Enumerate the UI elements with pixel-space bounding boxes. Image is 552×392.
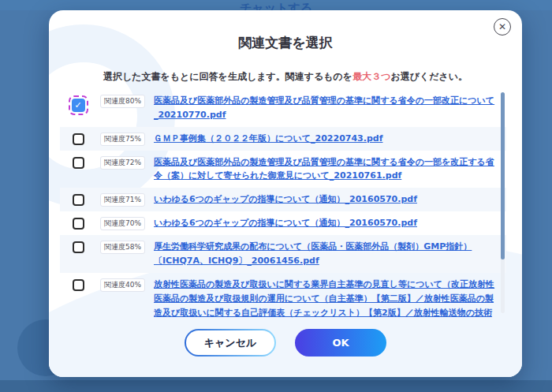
close-icon[interactable]: ✕ [494,18,511,35]
relevance-badge: 関連度40% [100,278,145,292]
modal-footer: キャンセル OK [49,329,522,357]
document-checkbox[interactable] [73,218,84,230]
relevance-badge: 関連度72% [100,156,145,170]
relevance-badge: 関連度71% [100,193,145,207]
background-footer-bar [0,380,552,392]
document-link[interactable]: いわゆる6つのギャップの指導について（通知）_20160570.pdf [154,216,417,230]
document-checkbox[interactable] [73,194,84,206]
page-background: チャットする ✕ 関連文書を選択 選択した文書をもとに回答を生成します。関連する… [0,0,552,392]
document-link[interactable]: 医薬品及び医薬部外品の製造管理及び品質管理の基準に関する省令の一部を改正する省令… [154,155,495,184]
background-chat-link[interactable]: チャットする [240,0,312,10]
select-documents-modal: ✕ 関連文書を選択 選択した文書をもとに回答を生成します。関連するものを最大３つ… [49,10,522,377]
document-checkbox[interactable] [73,133,84,145]
modal-subtitle: 選択した文書をもとに回答を生成します。関連するものを最大３つお選びください。 [49,70,522,84]
ok-button[interactable]: OK [295,329,386,357]
document-checkbox[interactable]: ✓ [72,99,85,112]
relevance-badge: 関連度80% [100,95,145,108]
relevance-badge: 関連度75% [100,133,145,146]
document-row: 関連度70% いわゆる6つのギャップの指導について（通知）_20160570.p… [60,211,506,235]
list-scrollbar-thumb[interactable] [501,92,505,259]
cancel-button-label: キャンセル [186,330,274,355]
subtitle-text: 選択した文書をもとに回答を生成します。関連するものを [103,71,352,82]
subtitle-text-suffix: お選びください。 [390,71,468,82]
document-link[interactable]: 厚生労働科学研究成果の配布について（医薬品・医薬部外品（製剤）GMP指針）〔IC… [154,240,495,268]
subtitle-max-count: 最大３つ [352,71,390,82]
checkbox-focus-ring: ✓ [69,95,88,115]
document-row: 関連度58% 厚生労働科学研究成果の配布について（医薬品・医薬部外品（製剤）GM… [60,235,506,273]
document-link[interactable]: 医薬品及び医薬部外品の製造管理及び品質管理の基準に関する省令の一部改正について_… [154,94,495,122]
document-row: ✓ 関連度80% 医薬品及び医薬部外品の製造管理及び品質管理の基準に関する省令の… [60,89,506,127]
document-checkbox[interactable] [73,157,84,169]
document-link[interactable]: いわゆる6つのギャップの指導について（通知）_20160570.pdf [154,192,417,207]
document-link[interactable]: ＧＭＰ事例集（２０２２年版）について_20220743.pdf [154,132,382,146]
document-row: 関連度40% 放射性医薬品の製造及び取扱いに関する業界自主基準の見直し等について… [60,273,506,318]
relevance-badge: 関連度58% [100,241,145,254]
cancel-button[interactable]: キャンセル [185,329,276,357]
document-row: 関連度72% 医薬品及び医薬部外品の製造管理及び品質管理の基準に関する省令の一部… [60,151,506,189]
modal-title: 関連文書を選択 [49,34,522,52]
document-checkbox[interactable] [73,279,84,291]
relevance-badge: 関連度70% [100,217,145,230]
background-header-bar: チャットする [0,0,552,10]
list-scrollbar-track[interactable] [501,92,505,313]
document-list: ✓ 関連度80% 医薬品及び医薬部外品の製造管理及び品質管理の基準に関する省令の… [60,89,506,318]
document-row: 関連度75% ＧＭＰ事例集（２０２２年版）について_20220743.pdf [60,127,506,151]
document-row: 関連度71% いわゆる6つのギャップの指導について（通知）_20160570.p… [60,188,506,211]
document-checkbox[interactable] [73,241,84,253]
document-link[interactable]: 放射性医薬品の製造及び取扱いに関する業界自主基準の見直し等について（改正放射性医… [154,278,495,318]
